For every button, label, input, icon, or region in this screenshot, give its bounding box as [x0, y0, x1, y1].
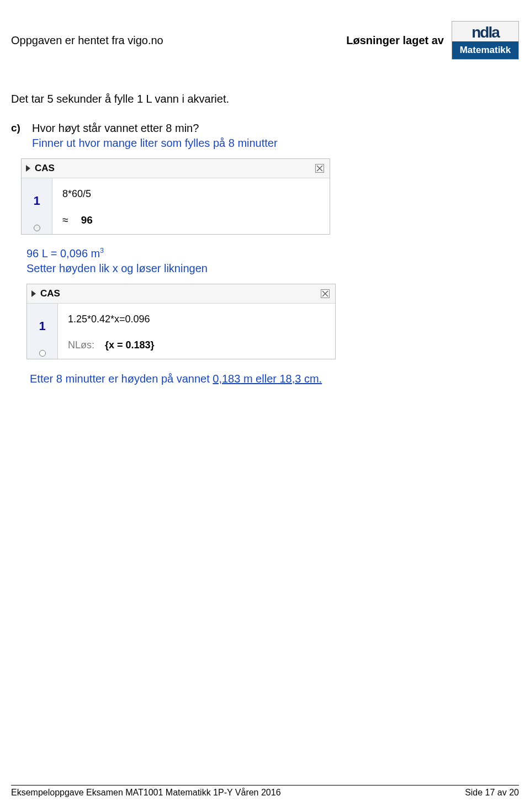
header-right: Løsninger laget av ndla Matematikk [346, 21, 519, 60]
part-c-row: c) Hvor høyt står vannet etter 8 min? [11, 122, 519, 135]
radio-icon [39, 350, 46, 357]
footer-right: Side 17 av 20 [465, 788, 519, 798]
part-question: Hvor høyt står vannet etter 8 min? [32, 122, 199, 135]
intro-text: Det tar 5 sekunder å fylle 1 L vann i ak… [11, 93, 519, 105]
cas-output-2: NLøs: {x = 0.183} [68, 339, 325, 351]
triangle-icon [26, 165, 30, 172]
cas-header-1: CAS [22, 159, 330, 178]
cas-panel-2: CAS 1 1.25*0.42*x=0.096 [26, 284, 336, 359]
page-footer: Eksempeloppgave Eksamen MAT1001 Matemati… [11, 785, 519, 798]
nlos-label: NLøs: [68, 339, 94, 351]
part-label: c) [11, 122, 24, 135]
footer-left: Eksempeloppgave Eksamen MAT1001 Matemati… [11, 788, 281, 798]
final-answer: Etter 8 minutter er høyden på vannet 0,1… [30, 373, 519, 385]
header-right-text: Løsninger laget av [346, 34, 444, 47]
logo-bottom-text: Matematikk [452, 41, 518, 59]
final-underlined: 0,183 m eller 18,3 cm. [213, 373, 322, 385]
eq-left: 96 L [26, 247, 47, 259]
eq-sup: 3 [100, 247, 104, 254]
header-left-text: Oppgaven er hentet fra vigo.no [11, 34, 163, 47]
equation-line: 96 L = 0,096 m3 [26, 247, 519, 260]
cas-row-number-1: 1 [33, 194, 40, 208]
triangle-icon [31, 290, 36, 297]
solution-step-1: Finner ut hvor mange liter som fylles på… [32, 137, 519, 150]
cas-index-col-2: 1 [27, 304, 58, 359]
ndla-logo: ndla Matematikk [452, 21, 519, 60]
cas-result-1: 96 [81, 214, 93, 226]
cas-title-1: CAS [35, 163, 55, 174]
final-pre: Etter 8 minutter er høyden på vannet [30, 373, 213, 385]
eq-right-1: 0,096 m [60, 247, 100, 259]
approx-symbol: ≈ [62, 214, 68, 226]
cas-title-2: CAS [40, 288, 60, 299]
cas-panel-1: CAS 1 8*60/5 ≈ [21, 158, 330, 235]
cas-input-2: 1.25*0.42*x=0.096 [68, 314, 325, 325]
page-header: Oppgaven er hentet fra vigo.no Løsninger… [11, 21, 519, 60]
cas-index-col-1: 1 [22, 178, 52, 234]
close-icon[interactable] [321, 289, 330, 298]
radio-icon [34, 225, 40, 231]
cas-header-2: CAS [27, 284, 335, 304]
close-icon[interactable] [315, 164, 324, 173]
logo-top-text: ndla [452, 22, 518, 41]
nlos-result: {x = 0.183} [105, 339, 155, 351]
eq-equals: = [47, 247, 60, 259]
solution-step-2: Setter høyden lik x og løser likningen [26, 262, 519, 275]
cas-input-1: 8*60/5 [62, 188, 320, 200]
cas-row-number-2: 1 [39, 319, 45, 333]
cas-output-1: ≈ 96 [62, 214, 320, 226]
